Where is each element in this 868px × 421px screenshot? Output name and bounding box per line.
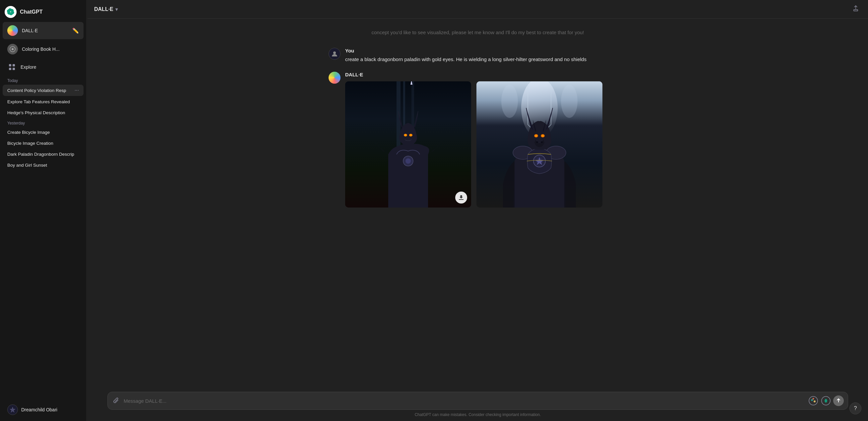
- sidebar-item-boy-girl-sunset[interactable]: Boy and Girl Sunset: [3, 160, 84, 170]
- topbar-title[interactable]: DALL·E ▾: [94, 6, 118, 12]
- topbar-actions: [850, 3, 861, 15]
- chatgpt-logo: [5, 6, 17, 18]
- section-today: Today: [0, 76, 86, 84]
- sidebar-item-bicycle-creation[interactable]: Bicycle Image Creation: [3, 138, 84, 148]
- svg-point-25: [561, 85, 578, 118]
- chat-item-label: Boy and Girl Sunset: [7, 163, 79, 168]
- svg-point-41: [809, 396, 817, 405]
- svg-point-39: [534, 134, 538, 137]
- attach-button[interactable]: [112, 396, 121, 405]
- sidebar-item-content-policy[interactable]: Content Policy Violation Resp ···: [3, 85, 84, 96]
- svg-point-32: [541, 141, 543, 143]
- svg-rect-3: [12, 64, 15, 66]
- section-yesterday: Yesterday: [0, 118, 86, 127]
- sidebar-item-hedges[interactable]: Hedge's Physical Description: [3, 108, 84, 118]
- chatgpt-switch-button[interactable]: [820, 395, 831, 406]
- sidebar-item-dalle[interactable]: DALL·E ✏️: [3, 22, 84, 39]
- input-actions: [808, 395, 844, 406]
- avatar: [7, 404, 18, 415]
- topbar-title-text: DALL·E: [94, 6, 114, 12]
- dalle-action-button[interactable]: [808, 395, 818, 406]
- edit-icon[interactable]: ✏️: [72, 28, 79, 34]
- dalle-message-content: DALL·E: [345, 72, 627, 207]
- svg-point-42: [811, 399, 813, 401]
- svg-point-1: [11, 48, 13, 50]
- user-message-content: You create a black dragonborn paladin wi…: [345, 48, 627, 64]
- chat-item-label: Hedge's Physical Description: [7, 110, 79, 115]
- explore-icon: [7, 62, 17, 72]
- share-button[interactable]: [850, 3, 861, 15]
- sidebar-header[interactable]: ChatGPT: [0, 3, 86, 21]
- user-message-sender: You: [345, 48, 627, 53]
- download-button-left[interactable]: [455, 192, 467, 203]
- sidebar: ChatGPT DALL·E ✏️ Coloring Book H... Exp…: [0, 0, 86, 421]
- dalle-message-sender: DALL·E: [345, 72, 627, 77]
- chevron-down-icon: ▾: [115, 7, 118, 12]
- topbar: DALL·E ▾: [88, 0, 868, 19]
- svg-point-15: [405, 158, 411, 164]
- svg-point-6: [333, 52, 336, 54]
- chat-item-label: Content Policy Violation Resp: [7, 88, 72, 93]
- more-options-icon[interactable]: ···: [74, 87, 79, 93]
- input-area: ChatGPT can make mistakes. Consider chec…: [88, 387, 868, 421]
- coloring-icon: [7, 44, 18, 54]
- generated-images-grid: [345, 81, 627, 207]
- faded-continuation-text: concept you'd like to see visualized, pl…: [107, 29, 848, 40]
- svg-point-40: [541, 134, 545, 137]
- sidebar-item-explore-tab[interactable]: Explore Tab Features Revealed: [3, 96, 84, 107]
- dalle-icon: [7, 25, 18, 36]
- dragon-image-left: [345, 81, 471, 207]
- sidebar-item-create-bicycle[interactable]: Create Bicycle Image: [3, 127, 84, 137]
- svg-point-20: [404, 134, 407, 137]
- chat-area: concept you'd like to see visualized, pl…: [88, 19, 868, 387]
- dragon-image-right: [476, 81, 602, 207]
- user-name: Dreamchild Obari: [21, 407, 57, 412]
- svg-point-44: [813, 398, 814, 400]
- send-button[interactable]: [833, 395, 844, 406]
- message-input-box: [107, 392, 848, 410]
- main-content: DALL·E ▾ concept you'd like to see visua…: [88, 0, 868, 421]
- chat-item-label: Dark Paladin Dragonborn Descrip: [7, 152, 79, 157]
- dalle-message: DALL·E: [329, 72, 627, 207]
- dalle-avatar: [329, 72, 341, 84]
- svg-rect-4: [9, 68, 11, 70]
- message-input[interactable]: [124, 397, 805, 405]
- disclaimer-text: ChatGPT can make mistakes. Consider chec…: [107, 410, 848, 418]
- sidebar-item-dark-paladin[interactable]: Dark Paladin Dragonborn Descrip: [3, 149, 84, 159]
- svg-rect-5: [12, 68, 15, 70]
- svg-point-24: [501, 85, 518, 118]
- svg-point-31: [536, 141, 538, 143]
- generated-image-right: [476, 81, 602, 207]
- sidebar-item-explore[interactable]: Explore: [3, 59, 84, 75]
- chat-item-label: Explore Tab Features Revealed: [7, 99, 79, 104]
- svg-rect-2: [9, 64, 11, 66]
- svg-point-43: [814, 400, 816, 402]
- help-button[interactable]: ?: [849, 402, 861, 414]
- generated-image-left: [345, 81, 471, 207]
- user-profile[interactable]: Dreamchild Obari: [3, 401, 84, 418]
- sidebar-item-coloring[interactable]: Coloring Book H...: [3, 40, 84, 58]
- chat-item-label: Create Bicycle Image: [7, 130, 79, 135]
- svg-point-21: [409, 134, 412, 137]
- user-message: You create a black dragonborn paladin wi…: [329, 48, 627, 64]
- sidebar-dalle-label: DALL·E: [22, 28, 38, 33]
- chat-item-label: Bicycle Image Creation: [7, 141, 79, 146]
- user-message-text: create a black dragonborn paladin with g…: [345, 55, 627, 64]
- sidebar-coloring-label: Coloring Book H...: [22, 47, 60, 52]
- user-avatar: [329, 48, 341, 60]
- sidebar-explore-label: Explore: [21, 64, 36, 70]
- app-title: ChatGPT: [20, 9, 82, 15]
